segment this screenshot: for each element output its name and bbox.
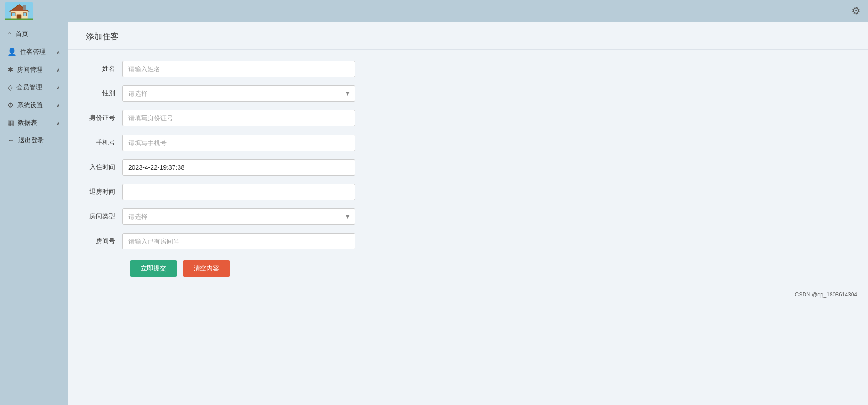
sidebar-item-home[interactable]: ⌂ 首页 <box>0 26 68 43</box>
clear-button[interactable]: 清空内容 <box>183 260 230 277</box>
page-header: 添加住客 <box>68 22 868 50</box>
checkout-label: 退房时间 <box>86 188 122 196</box>
sidebar-item-guest-mgmt-label: 住客管理 <box>20 48 53 56</box>
gender-row: 性别 请选择 男 女 ▼ <box>86 85 850 102</box>
svg-rect-6 <box>12 13 16 16</box>
sidebar-item-room-mgmt-label: 房间管理 <box>17 66 53 74</box>
sidebar-item-home-label: 首页 <box>16 30 60 38</box>
gender-select-wrapper: 请选择 男 女 ▼ <box>122 85 355 102</box>
sidebar-item-member-mgmt[interactable]: ◇ 会员管理 ∧ <box>0 78 68 96</box>
chevron-up-icon: ∧ <box>56 49 60 55</box>
sidebar-item-room-mgmt[interactable]: ✱ 房间管理 ∧ <box>0 61 68 78</box>
room-no-label: 房间号 <box>86 237 122 245</box>
id-row: 身份证号 <box>86 110 850 126</box>
phone-row: 手机号 <box>86 135 850 151</box>
sidebar: ⌂ 首页 👤 住客管理 ∧ ✱ 房间管理 ∧ ◇ 会员管理 ∧ ⚙ 系统设置 ∧… <box>0 22 68 405</box>
checkout-input[interactable] <box>122 184 355 200</box>
name-row: 姓名 <box>86 61 850 77</box>
room-no-input[interactable] <box>122 233 355 249</box>
checkout-row: 退房时间 <box>86 184 850 200</box>
svg-rect-5 <box>17 15 22 19</box>
room-type-row: 房间类型 请选择 ▼ <box>86 208 850 225</box>
guest-icon: 👤 <box>7 47 16 56</box>
id-label: 身份证号 <box>86 114 122 122</box>
sidebar-item-logout-label: 退出登录 <box>18 136 60 145</box>
checkin-row: 入住时间 <box>86 159 850 176</box>
sidebar-item-member-mgmt-label: 会员管理 <box>16 83 53 92</box>
page-title: 添加住客 <box>86 31 854 42</box>
checkin-input[interactable] <box>122 159 355 176</box>
chevron-up-icon-5: ∧ <box>56 120 60 126</box>
chevron-up-icon-2: ∧ <box>56 67 60 73</box>
sidebar-item-guest-mgmt[interactable]: 👤 住客管理 ∧ <box>0 43 68 61</box>
submit-button[interactable]: 立即提交 <box>130 260 177 277</box>
room-no-row: 房间号 <box>86 233 850 249</box>
content-area: 添加住客 姓名 性别 请选择 男 女 ▼ <box>68 22 868 405</box>
footer-text: CSDN @qq_1808614304 <box>795 291 857 298</box>
room-type-select[interactable]: 请选择 <box>122 208 355 225</box>
gender-select[interactable]: 请选择 男 女 <box>122 85 355 102</box>
checkin-label: 入住时间 <box>86 163 122 171</box>
svg-rect-3 <box>23 5 26 10</box>
gender-label: 性别 <box>86 89 122 98</box>
add-guest-form: 姓名 性别 请选择 男 女 ▼ 身份证号 <box>68 50 868 288</box>
room-type-label: 房间类型 <box>86 213 122 221</box>
button-row: 立即提交 清空内容 <box>86 260 850 277</box>
svg-rect-8 <box>5 19 33 20</box>
name-label: 姓名 <box>86 65 122 73</box>
footer: CSDN @qq_1808614304 <box>68 288 868 301</box>
top-bar: ⚙ <box>0 0 868 22</box>
sidebar-item-logout[interactable]: ← 退出登录 <box>0 132 68 149</box>
sidebar-item-system-settings[interactable]: ⚙ 系统设置 ∧ <box>0 96 68 114</box>
house-logo-icon <box>5 2 33 20</box>
home-icon: ⌂ <box>7 30 12 38</box>
logout-icon: ← <box>7 136 15 145</box>
chevron-up-icon-3: ∧ <box>56 84 60 91</box>
svg-rect-7 <box>23 13 27 16</box>
room-icon: ✱ <box>7 65 13 74</box>
data-table-icon: ▦ <box>7 119 14 127</box>
phone-label: 手机号 <box>86 139 122 147</box>
member-icon: ◇ <box>7 83 13 92</box>
chevron-up-icon-4: ∧ <box>56 102 60 109</box>
sidebar-item-data-table[interactable]: ▦ 数据表 ∧ <box>0 114 68 132</box>
settings-icon-button[interactable]: ⚙ <box>850 3 863 19</box>
main-layout: ⌂ 首页 👤 住客管理 ∧ ✱ 房间管理 ∧ ◇ 会员管理 ∧ ⚙ 系统设置 ∧… <box>0 22 868 405</box>
sidebar-item-system-settings-label: 系统设置 <box>17 101 53 109</box>
name-input[interactable] <box>122 61 355 77</box>
system-icon: ⚙ <box>7 101 14 109</box>
room-type-select-wrapper: 请选择 ▼ <box>122 208 355 225</box>
id-input[interactable] <box>122 110 355 126</box>
logo <box>5 2 33 20</box>
phone-input[interactable] <box>122 135 355 151</box>
sidebar-item-data-table-label: 数据表 <box>18 119 53 127</box>
